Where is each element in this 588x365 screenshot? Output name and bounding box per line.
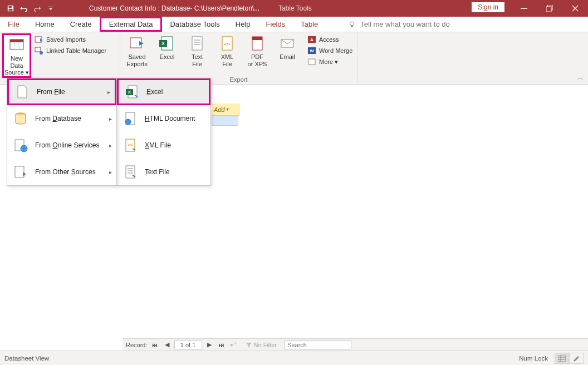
search-input[interactable]: [285, 341, 351, 349]
chevron-right-icon: ▸: [107, 89, 110, 95]
svg-rect-18: [192, 37, 202, 50]
nav-prev-button[interactable]: ◀: [162, 341, 172, 348]
excel-icon: X: [124, 84, 140, 100]
new-data-source-icon: [8, 36, 26, 54]
export-pdf-xps-button[interactable]: PDF or XPS: [243, 33, 272, 67]
text-file-icon: [188, 34, 206, 52]
access-icon: A: [307, 35, 316, 44]
from-file-submenu: X Excel HTML Document </> XML File Text …: [116, 78, 211, 186]
export-word-merge-button[interactable]: W Word Merge: [305, 46, 355, 56]
linked-table-manager-icon: [35, 46, 43, 55]
new-data-source-button[interactable]: New Data Source ▾: [2, 33, 31, 78]
file-icon: [14, 84, 30, 100]
window-title: Customer Contact Info : Database- C:\Use…: [89, 4, 259, 12]
view-switcher: [555, 353, 584, 364]
svg-rect-0: [9, 6, 12, 8]
chevron-right-icon: ▸: [109, 142, 112, 149]
new-data-source-label: New Data Source ▾: [4, 55, 30, 76]
svg-point-36: [23, 173, 25, 175]
tab-file[interactable]: File: [0, 17, 27, 32]
more-icon: [307, 57, 316, 66]
window-buttons: [511, 0, 588, 17]
svg-rect-6: [351, 25, 354, 27]
other-sources-icon: [13, 164, 28, 180]
svg-point-5: [350, 21, 354, 25]
minimize-button[interactable]: [511, 0, 537, 17]
tab-home[interactable]: Home: [27, 17, 62, 32]
tell-me-search[interactable]: Tell me what you want to do: [348, 17, 449, 32]
submenu-xml-file[interactable]: </> XML File: [117, 132, 210, 159]
svg-rect-35: [15, 166, 24, 177]
globe-icon: [13, 137, 28, 153]
contextual-tab-title: Table Tools: [278, 4, 312, 12]
svg-point-13: [40, 51, 43, 55]
svg-text:W: W: [310, 48, 314, 53]
filter-icon: [246, 342, 252, 348]
word-icon: W: [307, 46, 316, 55]
svg-rect-48: [558, 355, 566, 362]
record-search: [285, 341, 351, 349]
click-to-add-column[interactable]: Add ▾: [212, 103, 239, 116]
pdf-icon: [248, 34, 266, 52]
export-access-button[interactable]: A Access: [305, 34, 355, 45]
status-numlock: Num Lock: [519, 355, 548, 362]
export-more-button[interactable]: More ▾: [305, 57, 355, 67]
tell-me-placeholder: Tell me what you want to do: [360, 20, 449, 28]
export-xml-file-button[interactable]: </> XML File: [213, 33, 242, 67]
menu-from-online-services[interactable]: From Online Services ▸: [7, 132, 116, 159]
menu-from-other-sources[interactable]: From Other Sources ▸: [7, 159, 116, 185]
export-email-button[interactable]: Email: [273, 33, 302, 61]
no-filter-indicator[interactable]: No Filter: [246, 342, 277, 348]
close-button[interactable]: [562, 0, 588, 17]
svg-rect-8: [10, 40, 23, 42]
tab-create[interactable]: Create: [62, 17, 100, 32]
redo-icon[interactable]: [31, 2, 43, 14]
nav-new-button[interactable]: ▸*: [229, 341, 239, 348]
svg-rect-1: [9, 9, 13, 11]
svg-rect-25: [252, 37, 262, 40]
save-icon[interactable]: [4, 2, 17, 14]
datasheet-view-icon: [558, 355, 566, 362]
design-view-icon: [572, 355, 580, 362]
undo-icon[interactable]: [18, 2, 30, 14]
linked-table-manager-button[interactable]: Linked Table Manager: [32, 46, 109, 56]
nav-last-button[interactable]: ⏭: [217, 342, 227, 348]
tab-table[interactable]: Table: [293, 17, 326, 32]
record-position[interactable]: 1 of 1: [174, 341, 202, 349]
group-import-link: New Data Source ▾ Saved Imports Linked T…: [0, 32, 120, 84]
datasheet-view-button[interactable]: [555, 353, 569, 364]
svg-rect-4: [546, 7, 551, 12]
menu-from-database[interactable]: From Database ▸: [7, 105, 116, 132]
sign-in-button[interactable]: Sign in: [472, 2, 504, 12]
submenu-text-file[interactable]: Text File: [117, 159, 210, 185]
design-view-button[interactable]: [569, 353, 584, 364]
submenu-excel[interactable]: X Excel: [117, 78, 210, 105]
email-icon: [278, 34, 296, 52]
submenu-html-document[interactable]: HTML Document: [117, 105, 210, 132]
lightbulb-icon: [348, 21, 356, 28]
nav-next-button[interactable]: ▶: [204, 341, 214, 348]
tab-fields[interactable]: Fields: [258, 17, 293, 32]
tab-external-data[interactable]: External Data: [100, 17, 163, 32]
export-excel-button[interactable]: X Excel: [153, 33, 182, 61]
export-text-file-button[interactable]: Text File: [183, 33, 212, 67]
tab-help[interactable]: Help: [228, 17, 258, 32]
xml-file-icon: </>: [218, 34, 236, 52]
ribbon: New Data Source ▾ Saved Imports Linked T…: [0, 32, 588, 85]
saved-imports-button[interactable]: Saved Imports: [32, 34, 109, 45]
html-icon: [122, 111, 138, 126]
datasheet-active-cell[interactable]: [212, 116, 238, 126]
new-data-source-menu: From File ▸ From Database ▸ From Online …: [7, 78, 117, 186]
nav-first-button[interactable]: ⏮: [150, 342, 160, 348]
ribbon-collapse-icon[interactable]: ︿: [577, 73, 584, 82]
record-navigator: Record: ⏮ ◀ 1 of 1 ▶ ⏭ ▸* No Filter: [122, 338, 588, 351]
xml-icon: </>: [122, 137, 138, 153]
saved-exports-button[interactable]: Saved Exports: [122, 33, 151, 67]
record-label: Record:: [126, 342, 148, 348]
menu-from-file[interactable]: From File ▸: [7, 78, 116, 105]
qat-customize-icon[interactable]: [45, 2, 57, 14]
svg-text:</>: </>: [128, 143, 133, 147]
tab-database-tools[interactable]: Database Tools: [162, 17, 227, 32]
excel-icon: X: [158, 34, 176, 52]
restore-button[interactable]: [537, 0, 562, 17]
